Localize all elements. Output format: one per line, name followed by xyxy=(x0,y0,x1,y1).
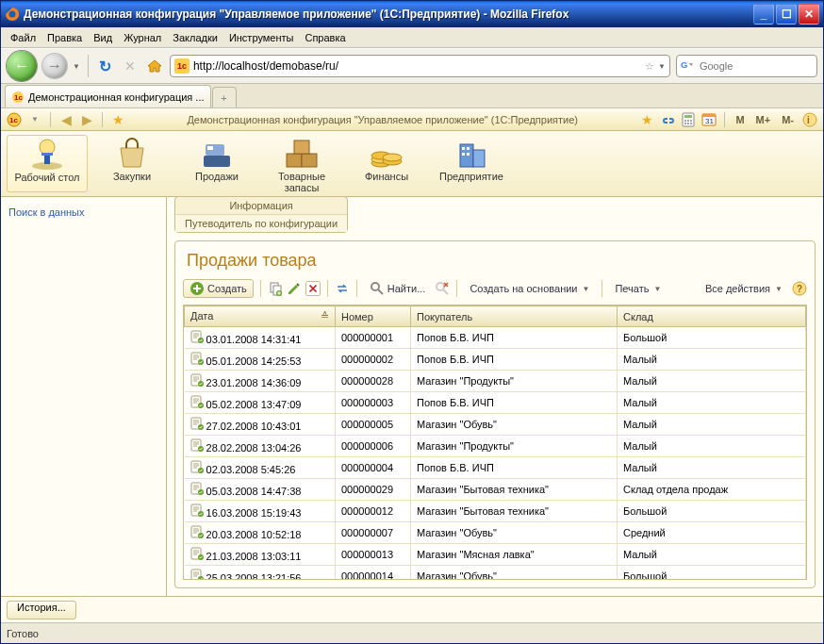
document-posted-icon xyxy=(190,438,204,452)
table-row[interactable]: 05.02.2008 13:47:09000000003Попов Б.В. И… xyxy=(185,392,806,414)
col-warehouse[interactable]: Склад xyxy=(618,306,806,327)
back-button[interactable]: ← xyxy=(7,51,37,81)
document-posted-icon xyxy=(190,330,204,343)
table-row[interactable]: 03.01.2008 14:31:41000000001Попов Б.В. И… xyxy=(185,327,806,349)
create-button[interactable]: Создать xyxy=(183,279,254,298)
col-date[interactable]: Дата≙ xyxy=(185,306,336,327)
site-favicon: 1c xyxy=(174,58,190,74)
reload-button[interactable]: ↻ xyxy=(96,57,115,75)
svg-rect-38 xyxy=(462,147,465,150)
mode-m-plus-button[interactable]: M+ xyxy=(753,114,774,125)
section-inventory[interactable]: Товарные запасы xyxy=(261,135,342,192)
svg-point-11 xyxy=(687,120,689,122)
new-tab-button[interactable]: + xyxy=(212,87,237,107)
table-row[interactable]: 23.01.2008 14:36:09000000028Магазин "Про… xyxy=(185,371,806,392)
find-button[interactable]: Найти... xyxy=(364,279,432,298)
section-purchases[interactable]: Закупки xyxy=(91,135,173,192)
section-finance[interactable]: Финансы xyxy=(346,135,427,192)
edit-button[interactable] xyxy=(287,281,302,296)
google-icon[interactable]: G xyxy=(681,58,694,74)
table-row[interactable]: 27.02.2008 10:43:01000000005Магазин "Обу… xyxy=(185,414,806,436)
minimize-button[interactable]: _ xyxy=(753,4,774,25)
clear-filter-button[interactable] xyxy=(435,281,450,296)
menu-tools[interactable]: Инструменты xyxy=(223,30,300,45)
col-buyer[interactable]: Покупатель xyxy=(411,306,618,327)
menu-edit[interactable]: Правка xyxy=(41,30,88,45)
create-based-on-button[interactable]: Создать на основании▼ xyxy=(464,279,595,298)
search-in-data-link[interactable]: Поиск в данных xyxy=(8,206,158,218)
section-label: Предприятие xyxy=(439,171,503,182)
delete-button[interactable] xyxy=(305,281,321,296)
url-dropdown-icon[interactable]: ▼ xyxy=(658,62,666,71)
svg-point-35 xyxy=(383,154,402,161)
table-row[interactable]: 05.03.2008 14:47:38000000029Магазин "Быт… xyxy=(185,479,806,501)
stop-button[interactable]: ✕ xyxy=(121,57,140,75)
svg-point-14 xyxy=(687,123,689,124)
app-menu-dropdown-icon[interactable]: ▼ xyxy=(27,112,42,127)
svg-point-46 xyxy=(371,283,379,290)
maximize-button[interactable]: ☐ xyxy=(776,4,797,25)
section-desktop[interactable]: Рабочий стол xyxy=(7,135,88,192)
table-row[interactable]: 20.03.2008 10:52:18000000007Магазин "Обу… xyxy=(185,522,806,544)
app-logo-icon[interactable]: 1c xyxy=(7,112,22,127)
history-dropdown-icon[interactable]: ▼ xyxy=(73,62,80,71)
calendar-icon[interactable]: 31 xyxy=(701,112,717,127)
svg-text:31: 31 xyxy=(705,117,714,125)
section-sales[interactable]: Продажи xyxy=(176,135,257,192)
tab-favicon: 1c xyxy=(11,91,25,104)
copy-button[interactable] xyxy=(268,281,283,296)
help-button[interactable]: ? xyxy=(792,281,807,296)
plus-circle-icon xyxy=(190,281,205,296)
mode-m-button[interactable]: M xyxy=(733,114,747,125)
left-nav-pane: Поиск в данных xyxy=(1,197,167,596)
search-input[interactable] xyxy=(698,59,813,73)
menu-file[interactable]: Файл xyxy=(5,30,41,45)
mode-m-minus-button[interactable]: M- xyxy=(779,114,797,125)
svg-rect-28 xyxy=(287,154,302,167)
dropdown-icon: ▼ xyxy=(773,285,783,293)
section-enterprise[interactable]: Предприятие xyxy=(431,135,512,192)
svg-text:1c: 1c xyxy=(14,93,23,102)
menu-bookmarks[interactable]: Закладки xyxy=(167,30,223,45)
document-posted-icon xyxy=(190,373,204,387)
col-number[interactable]: Номер xyxy=(336,306,411,327)
table-row[interactable]: 16.03.2008 15:19:43000000012Магазин "Быт… xyxy=(185,501,806,522)
window-titlebar: Демонстрационная конфигурация "Управляем… xyxy=(1,1,823,27)
home-button[interactable] xyxy=(145,57,164,75)
arrow-left-icon: ← xyxy=(13,58,30,74)
content-panel: Продажи товара Создать Найти.. xyxy=(174,240,816,588)
table-row[interactable]: 28.02.2008 13:04:26000000006Магазин "Про… xyxy=(185,436,806,457)
help-icon[interactable]: i xyxy=(802,112,817,127)
document-posted-icon xyxy=(190,417,204,430)
print-button[interactable]: Печать▼ xyxy=(609,279,667,298)
browser-tab-active[interactable]: 1c Демонстрационная конфигурация ... xyxy=(5,85,211,107)
url-bar[interactable]: 1c http://localhost/demobase/ru/ ☆ ▼ xyxy=(170,55,670,77)
favorite-star-icon[interactable]: ★ xyxy=(110,112,125,127)
nav-next-button[interactable]: ▶ xyxy=(79,112,94,127)
svg-rect-30 xyxy=(294,140,309,154)
svg-rect-29 xyxy=(302,154,317,167)
svg-point-12 xyxy=(690,120,692,122)
data-grid[interactable]: Дата≙ Номер Покупатель Склад 03.01.2008 … xyxy=(183,305,807,580)
history-button[interactable]: История... xyxy=(7,601,76,619)
link-icon[interactable] xyxy=(660,112,675,127)
browser-search-box[interactable]: G xyxy=(676,55,817,77)
info-tab-information[interactable]: Информация xyxy=(175,197,347,215)
close-button[interactable]: ✕ xyxy=(799,4,819,25)
table-row[interactable]: 21.03.2008 13:03:11000000013Магазин "Мяс… xyxy=(185,544,806,566)
forward-button[interactable]: → xyxy=(42,54,67,78)
bookmark-star-icon[interactable]: ☆ xyxy=(645,60,654,73)
calculator-icon[interactable] xyxy=(681,112,696,127)
menu-journal[interactable]: Журнал xyxy=(118,30,167,45)
table-row[interactable]: 05.01.2008 14:25:53000000002Попов Б.В. И… xyxy=(185,349,806,371)
menu-view[interactable]: Вид xyxy=(88,30,118,45)
section-label: Финансы xyxy=(365,171,408,182)
table-row[interactable]: 25.03.2008 13:21:56000000014Магазин "Обу… xyxy=(185,566,806,581)
nav-prev-button[interactable]: ◀ xyxy=(58,112,74,127)
favorite-add-icon[interactable]: ★ xyxy=(639,112,654,127)
all-actions-button[interactable]: Все действия▼ xyxy=(700,279,788,298)
table-row[interactable]: 02.03.2008 5:45:26000000004Попов Б.В. ИЧ… xyxy=(185,457,806,479)
info-tab-guide[interactable]: Путеводитель по конфигурации xyxy=(175,215,347,232)
swap-button[interactable] xyxy=(335,281,350,296)
menu-help[interactable]: Справка xyxy=(299,30,351,45)
